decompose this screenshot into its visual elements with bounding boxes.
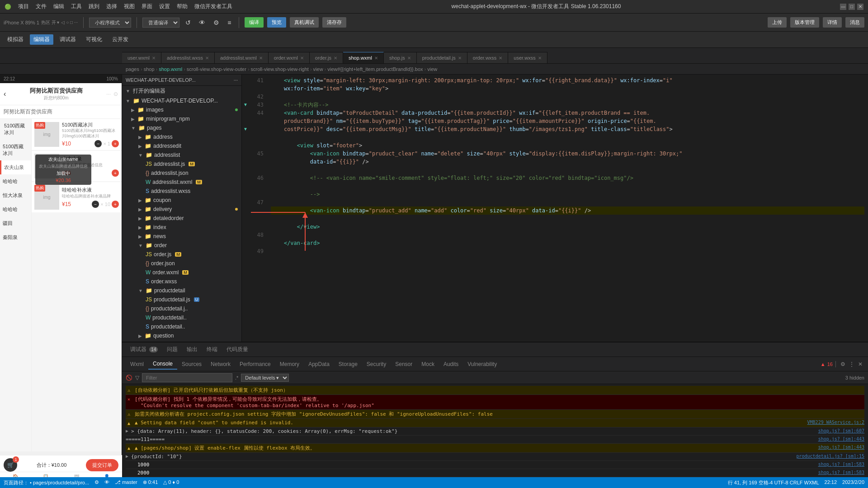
submit-order-button[interactable]: 提交订单 bbox=[86, 459, 118, 471]
coupon-folder[interactable]: ▶ 📁 coupon bbox=[122, 196, 241, 205]
increase-button[interactable]: + bbox=[112, 140, 119, 147]
minimize-button[interactable]: — bbox=[840, 4, 846, 10]
tab-output[interactable]: 输出 bbox=[182, 344, 202, 355]
tab-close-icon[interactable]: ✕ bbox=[458, 56, 462, 61]
devtools-audits[interactable]: Audits bbox=[439, 359, 463, 369]
tab-shop-wxml[interactable]: shop.wxml ✕ bbox=[343, 52, 384, 63]
devtools-performance[interactable]: Performance bbox=[235, 359, 275, 369]
version-button[interactable]: 版本管理 bbox=[790, 17, 819, 28]
debug-button[interactable]: 调试器 bbox=[56, 34, 80, 45]
tab-productdetail-js[interactable]: productdetail.js ✕ bbox=[417, 52, 467, 63]
devtools-sensor[interactable]: Sensor bbox=[391, 359, 417, 369]
maximize-button[interactable]: □ bbox=[849, 4, 855, 10]
images-folder[interactable]: ▶ 📁 images bbox=[122, 105, 241, 114]
tab-close-icon[interactable]: ✕ bbox=[300, 56, 304, 61]
productdetail-wxss[interactable]: S productdetail.. bbox=[122, 322, 241, 331]
index-folder[interactable]: ▶ 📁 index bbox=[122, 223, 241, 232]
tab-addresslist-wxss[interactable]: addresslist.wxss ✕ bbox=[161, 52, 215, 63]
tab-close-icon[interactable]: ✕ bbox=[205, 56, 209, 61]
devtools-mock[interactable]: Mock bbox=[417, 359, 439, 369]
editor-button[interactable]: 编辑器 bbox=[30, 34, 53, 45]
clear-console-button[interactable]: 🚫 bbox=[126, 375, 132, 381]
back-button[interactable]: ‹ bbox=[4, 90, 6, 98]
addressedit-folder[interactable]: ▶ 📁 addressedit bbox=[122, 141, 241, 150]
productdetail-folder[interactable]: ▼ 📁 productdetail bbox=[122, 286, 241, 295]
devtools-close-button[interactable]: ✕ bbox=[856, 360, 864, 368]
pages-folder[interactable]: ▼ 📁 pages bbox=[122, 123, 241, 132]
machine-debug-button[interactable]: 真机调试 bbox=[290, 17, 319, 28]
devtools-appdata[interactable]: AppData bbox=[304, 359, 334, 369]
eye-button[interactable]: 👁 bbox=[197, 18, 208, 27]
visual-button[interactable]: 可视化 bbox=[82, 34, 106, 45]
tab-close-icon[interactable]: ✕ bbox=[374, 56, 378, 61]
tab-shop-js[interactable]: shop.js ✕ bbox=[384, 52, 417, 63]
menu-item-view[interactable]: 视图 bbox=[124, 3, 135, 10]
file-link[interactable]: shop.js? [sm]:583 bbox=[818, 470, 864, 475]
filter-toggle-button[interactable]: ▽ bbox=[135, 375, 139, 381]
menu-item-file[interactable]: 文件 bbox=[36, 3, 47, 10]
addresslist-wxss[interactable]: S addresslist.wxss bbox=[122, 187, 241, 196]
detail-button[interactable]: 详情 bbox=[823, 17, 842, 28]
category-item[interactable]: 哈哈哈 bbox=[0, 174, 31, 188]
notify-button[interactable]: 消息 bbox=[845, 17, 864, 28]
order-wxml[interactable]: W order.wxml M bbox=[122, 268, 241, 277]
addresslist-js[interactable]: JS addresslist.js M bbox=[122, 160, 241, 169]
delivery-folder[interactable]: ▶ 📁 delivery bbox=[122, 205, 241, 214]
preview-button[interactable]: 预览 bbox=[267, 17, 286, 28]
expand-icon[interactable]: ▶ bbox=[126, 428, 128, 433]
console-filter-input[interactable] bbox=[142, 373, 232, 382]
file-link[interactable]: productdetail.js? [sm]:15 bbox=[796, 454, 864, 459]
devtools-wxml[interactable]: Wxml bbox=[126, 359, 148, 369]
category-item[interactable]: 恒大冰泉 bbox=[0, 188, 31, 202]
order-wxss[interactable]: S order.wxss bbox=[122, 277, 241, 286]
menu-item-interface[interactable]: 界面 bbox=[142, 3, 152, 10]
addresslist-folder[interactable]: ▼ 📁 addresslist bbox=[122, 150, 241, 160]
order-folder[interactable]: ▼ 📁 order bbox=[122, 241, 241, 250]
question-folder[interactable]: ▶ 📁 question bbox=[122, 331, 241, 340]
fold-arrow[interactable]: ▼ bbox=[242, 125, 249, 133]
tab-addresslist-wxml[interactable]: addresslist.wxml ✕ bbox=[215, 52, 269, 63]
expand-icon[interactable]: ▶ bbox=[126, 454, 128, 459]
devtools-vulnerability[interactable]: Vulnerability bbox=[463, 359, 501, 369]
file-link[interactable]: VMB229 WAService.js:2 bbox=[807, 420, 864, 425]
devtools-network[interactable]: Network bbox=[206, 359, 235, 369]
news-folder[interactable]: ▶ 📁 news bbox=[122, 232, 241, 241]
clear-button[interactable]: 清存存 bbox=[322, 17, 346, 28]
regex-toggle-button[interactable]: .* bbox=[235, 375, 238, 380]
tab-close-icon[interactable]: ✕ bbox=[407, 56, 411, 61]
devtools-settings-button[interactable]: ⚙ bbox=[839, 360, 847, 368]
miniprogram-folder[interactable]: ▶ 📁 miniprogram_npm bbox=[122, 114, 241, 123]
decrease-button[interactable]: − bbox=[92, 201, 99, 208]
home-icon[interactable]: ⊙ bbox=[113, 91, 118, 97]
devtools-sources[interactable]: Sources bbox=[177, 359, 206, 369]
menu-item-help[interactable]: 帮助 bbox=[177, 3, 188, 10]
more-icon[interactable]: ··· bbox=[106, 91, 111, 97]
menu-item-tools[interactable]: 工具 bbox=[71, 3, 82, 10]
devtools-more-button[interactable]: ⋮ bbox=[847, 360, 856, 368]
devtools-storage[interactable]: Storage bbox=[334, 359, 362, 369]
tab-order-wxml[interactable]: order.wxml ✕ bbox=[269, 52, 310, 63]
menu-item-wechat-tools[interactable]: 微信开发者工具 bbox=[194, 3, 232, 10]
decrease-button[interactable]: − bbox=[94, 140, 102, 147]
address-folder[interactable]: ▶ 📁 address bbox=[122, 132, 241, 141]
devtools-console[interactable]: Console bbox=[148, 359, 177, 370]
compile-button[interactable]: 编译 bbox=[245, 17, 264, 28]
tab-order-js[interactable]: order.js ✕ bbox=[310, 52, 343, 63]
simulator-button[interactable]: 模拟器 bbox=[4, 34, 27, 45]
category-item[interactable]: 5100西藏冰川 bbox=[0, 119, 31, 140]
fold-arrow[interactable]: ▼ bbox=[242, 101, 249, 117]
refresh-button[interactable]: ↺ bbox=[183, 18, 193, 27]
order-js[interactable]: JS order.js M bbox=[122, 250, 241, 259]
menu-item-edit[interactable]: 编辑 bbox=[53, 3, 64, 10]
productdetail-wxml[interactable]: W productdetail.. bbox=[122, 313, 241, 322]
addresslist-wxml[interactable]: W addresslist.wxml M bbox=[122, 178, 241, 187]
tab-close-icon[interactable]: ✕ bbox=[259, 56, 263, 61]
addresslist-json[interactable]: {} addresslist.json bbox=[122, 169, 241, 178]
category-item[interactable]: 哈哈哈 bbox=[0, 202, 31, 216]
detaledorder-folder[interactable]: ▶ 📁 detaledorder bbox=[122, 214, 241, 223]
menu-item-project[interactable]: 项目 bbox=[18, 3, 29, 10]
tab-user-wxss[interactable]: user.wxss ✕ bbox=[508, 52, 547, 63]
order-json[interactable]: {} order.json bbox=[122, 259, 241, 268]
tab-terminal[interactable]: 终端 bbox=[202, 344, 222, 355]
file-link[interactable]: shop.js? [sm]:443 bbox=[818, 445, 864, 450]
